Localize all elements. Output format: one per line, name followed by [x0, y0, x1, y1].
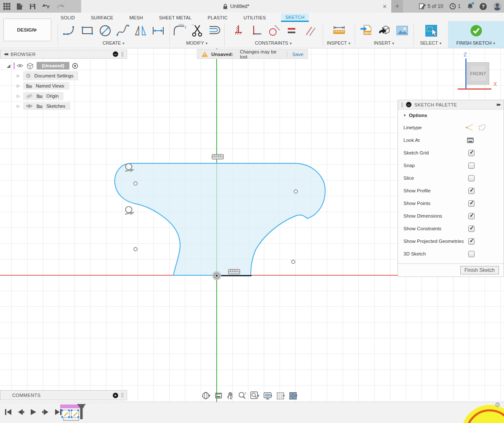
activate-radio-icon[interactable]: [72, 63, 78, 69]
dimension-constraint-glyph[interactable]: [212, 154, 223, 159]
group-constraints-label[interactable]: CONSTRAINTS▼: [225, 40, 323, 45]
sketch-point[interactable]: [134, 182, 137, 185]
display-settings-button[interactable]: ▼: [263, 391, 273, 400]
sketch-point[interactable]: [134, 247, 137, 251]
avatar[interactable]: [493, 2, 501, 11]
sketch-point[interactable]: [292, 260, 295, 263]
circle-tool-icon[interactable]: [98, 24, 112, 38]
orbit-button[interactable]: ▼: [201, 391, 211, 400]
app-launcher-icon[interactable]: [3, 3, 11, 10]
finish-sketch-icon[interactable]: [469, 24, 483, 38]
add-comment-icon[interactable]: +: [113, 393, 118, 398]
step-back-icon[interactable]: [17, 408, 24, 416]
browser-hide-icon[interactable]: –: [113, 51, 118, 57]
select-tool-icon[interactable]: [424, 24, 438, 38]
dimension-tool-icon[interactable]: [151, 24, 165, 38]
group-finish-sketch[interactable]: FINISH SKETCH▼: [448, 21, 504, 48]
close-tab-icon[interactable]: ✕: [382, 0, 387, 13]
new-tab-button[interactable]: +: [391, 0, 403, 13]
offset-tool-icon[interactable]: [208, 24, 222, 38]
browser-row-document-settings[interactable]: ▷ ⚙ Document Settings: [17, 71, 78, 81]
browser-row-sketches[interactable]: ▷ Sketches: [17, 101, 70, 111]
look-at-button[interactable]: [214, 392, 223, 399]
timeline-position-marker[interactable]: [77, 404, 86, 420]
arc-tool-icon[interactable]: [63, 24, 77, 38]
projection-linetype-icon[interactable]: [478, 124, 486, 131]
expand-root-icon[interactable]: ◢: [7, 63, 10, 69]
palette-collapse-icon[interactable]: ▶▶: [497, 103, 500, 106]
palette-grip[interactable]: [401, 102, 403, 107]
insert-derive-icon[interactable]: [377, 24, 392, 38]
viewcube[interactable]: FRONT: [467, 62, 489, 85]
sketch-profile[interactable]: [115, 163, 325, 275]
eye-icon[interactable]: [16, 63, 24, 68]
group-inspect-label[interactable]: INSPECT▼: [323, 40, 355, 45]
finish-sketch-button[interactable]: Finish Sketch: [460, 266, 499, 274]
3d-sketch-checkbox[interactable]: [468, 251, 475, 257]
measure-tool-icon[interactable]: [332, 24, 347, 38]
rectangle-tool-icon[interactable]: [80, 24, 95, 38]
dimension-constraint-glyph[interactable]: [228, 269, 240, 274]
group-select-label[interactable]: SELECT▼: [414, 40, 448, 45]
insert-svg-icon[interactable]: ⚙SVG: [360, 24, 374, 38]
palette-options-section[interactable]: ▼ Options: [398, 109, 504, 121]
spline-tool-icon[interactable]: [116, 24, 130, 38]
group-insert-label[interactable]: INSERT▼: [355, 40, 414, 45]
trim-tool-icon[interactable]: [190, 24, 204, 38]
job-status-button[interactable]: 5 of 10: [419, 3, 443, 10]
notifications-center-button[interactable]: 1: [449, 3, 461, 10]
horizontal-vertical-constraint-icon[interactable]: [249, 24, 263, 38]
sketch-grid-checkbox[interactable]: [468, 150, 475, 156]
tangent-constraint-icon[interactable]: [267, 24, 281, 38]
go-to-start-icon[interactable]: [4, 408, 12, 416]
group-modify-label[interactable]: MODIFY▼: [170, 40, 224, 45]
undo-button[interactable]: ▼: [42, 3, 50, 10]
step-forward-icon[interactable]: [42, 408, 50, 416]
help-button[interactable]: ?: [480, 3, 487, 10]
play-icon[interactable]: [29, 408, 37, 416]
browser-row-named-views[interactable]: ▷ Named Views: [17, 81, 69, 91]
zoom-button[interactable]: ±: [238, 391, 247, 400]
grid-settings-button[interactable]: ▼: [276, 391, 286, 400]
pan-button[interactable]: [226, 391, 235, 400]
parallel-constraint-icon[interactable]: [302, 24, 316, 38]
tab-sketch[interactable]: SKETCH: [281, 13, 309, 22]
fillet-tool-icon[interactable]: [172, 24, 187, 38]
save-icon[interactable]: [29, 3, 36, 10]
document-tab[interactable]: Untitled* ✕: [81, 0, 391, 13]
show-constraints-checkbox[interactable]: [468, 226, 475, 232]
save-link[interactable]: Save: [291, 52, 303, 57]
expand-icon[interactable]: ▷: [17, 84, 20, 88]
origin-point[interactable]: [212, 271, 221, 280]
alerts-button[interactable]: [467, 3, 473, 10]
tangent-constraint-glyph[interactable]: [125, 207, 134, 215]
show-projected-geometries-checkbox[interactable]: [468, 238, 475, 245]
root-document-label[interactable]: (Unsaved): [37, 62, 69, 69]
group-finish-sketch-label[interactable]: FINISH SKETCH▼: [448, 40, 504, 45]
redo-button[interactable]: ▼: [56, 3, 65, 10]
section-collapse-caret[interactable]: ▼: [403, 114, 406, 117]
show-dimensions-checkbox[interactable]: [468, 213, 475, 219]
fit-button[interactable]: ▼: [250, 391, 260, 400]
eye-icon[interactable]: [26, 104, 33, 109]
browser-root-row[interactable]: ◢ (Unsaved): [7, 61, 78, 71]
mirror-tool-icon[interactable]: [133, 24, 148, 38]
file-menu-button[interactable]: ▼: [16, 3, 24, 10]
expand-icon[interactable]: ▷: [17, 94, 20, 98]
show-points-checkbox[interactable]: [468, 200, 475, 207]
comments-grip[interactable]: [122, 393, 123, 398]
timeline-sketch-feature[interactable]: [62, 410, 69, 418]
browser-collapse-icon[interactable]: ◀◀: [4, 52, 7, 56]
browser-row-origin[interactable]: ▷ Origin: [17, 91, 64, 101]
snap-checkbox[interactable]: [468, 162, 475, 169]
equal-constraint-icon[interactable]: [284, 24, 299, 38]
go-to-end-icon[interactable]: [55, 408, 62, 416]
eye-off-icon[interactable]: [26, 93, 33, 99]
slice-checkbox[interactable]: [468, 175, 475, 181]
browser-grip[interactable]: [122, 52, 123, 57]
sketch-point[interactable]: [294, 190, 297, 193]
group-create-label[interactable]: CREATE▼: [58, 40, 170, 45]
expand-icon[interactable]: ▷: [17, 74, 20, 78]
look-at-icon[interactable]: [466, 137, 475, 144]
insert-canvas-icon[interactable]: [395, 24, 409, 38]
